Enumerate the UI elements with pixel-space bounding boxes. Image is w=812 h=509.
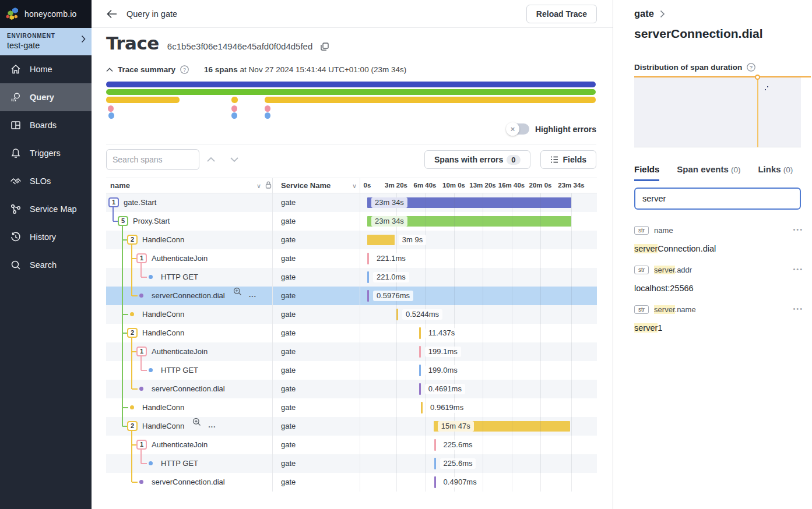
table-row[interactable]: HTTP GETgate199.0ms xyxy=(106,361,597,380)
sidebar-item-triggers[interactable]: Triggers xyxy=(0,139,92,167)
trace-minimap[interactable] xyxy=(106,80,596,119)
table-row[interactable]: 5Proxy.Startgate23m 34s xyxy=(106,212,597,231)
row-hover-icons: ··· xyxy=(233,287,256,306)
table-row[interactable]: 2HandleConngate11.437s xyxy=(106,324,597,342)
table-row[interactable]: serverConnection.dial···gate0.5976ms xyxy=(106,287,597,305)
more-options-icon[interactable]: ••• xyxy=(793,226,803,233)
table-row[interactable]: serverConnection.dialgate0.4907ms xyxy=(106,473,597,492)
tab-fields[interactable]: Fields xyxy=(634,164,659,181)
duration-label: 0.4691ms xyxy=(425,384,465,394)
table-row[interactable]: 1gate.Startgate23m 34s xyxy=(106,193,597,212)
span-service-name: gate xyxy=(281,380,296,398)
span-count-badge: 1 xyxy=(136,253,147,263)
minimap-span-dot xyxy=(265,112,270,119)
span-name: HandleConn xyxy=(142,231,184,249)
duration-distribution-chart[interactable] xyxy=(634,76,801,147)
table-row[interactable]: HandleConngate0.9619ms xyxy=(106,398,597,417)
divider xyxy=(106,144,596,144)
span-count-badge: 2 xyxy=(127,235,138,245)
sidebar-item-query[interactable]: Query xyxy=(0,83,92,111)
field-type-badge: str xyxy=(634,226,649,235)
fields-button[interactable]: Fields xyxy=(540,150,596,169)
breadcrumb-service[interactable]: gate xyxy=(634,8,654,19)
waterfall-gridline xyxy=(571,193,572,492)
previous-match-button[interactable] xyxy=(199,149,223,170)
duration-bar xyxy=(434,439,436,451)
tree-line-stub xyxy=(141,277,147,278)
span-dot xyxy=(149,275,153,279)
highlight-errors-toggle[interactable]: × xyxy=(507,123,529,135)
span-count-badge: 1 xyxy=(136,347,147,356)
span-service-name: gate xyxy=(281,249,296,268)
sidebar-item-boards[interactable]: Boards xyxy=(0,111,92,139)
sidebar-item-slos[interactable]: SLOs xyxy=(0,167,92,195)
svg-text:?: ? xyxy=(750,65,753,70)
more-options-icon[interactable]: ••• xyxy=(793,266,803,273)
minimap-span-bar xyxy=(231,97,238,103)
table-row[interactable]: HandleConngate0.5244ms xyxy=(106,305,597,324)
sort-chevron-icon[interactable]: ∨ xyxy=(256,182,261,190)
trace-summary-label[interactable]: Trace summary xyxy=(118,65,175,74)
scatter-dot xyxy=(765,89,766,90)
zoom-in-icon[interactable] xyxy=(233,287,242,306)
table-row[interactable]: 1AuthenticateJoingate225.6ms xyxy=(106,436,597,454)
field-key: strname xyxy=(634,226,803,241)
table-row[interactable]: serverConnection.dialgate0.4691ms xyxy=(106,380,597,398)
environment-switcher[interactable]: ENVIRONMENT test-gate xyxy=(0,28,92,55)
span-name: Proxy.Start xyxy=(133,212,170,231)
more-options-icon[interactable]: ••• xyxy=(793,305,803,312)
table-row[interactable]: HTTP GETgate221.0ms xyxy=(106,268,597,287)
sidebar-item-home[interactable]: Home xyxy=(0,55,92,83)
search-spans-input[interactable] xyxy=(106,149,199,170)
duration-bar xyxy=(367,235,395,245)
column-header-service[interactable]: Service Name xyxy=(281,181,331,190)
duration-label: 221.0ms xyxy=(373,272,409,282)
span-dot xyxy=(130,312,134,316)
span-count-badge: 2 xyxy=(127,328,138,338)
more-options-icon[interactable]: ··· xyxy=(208,418,216,436)
chevron-up-icon[interactable] xyxy=(106,68,113,72)
span-service-name: gate xyxy=(281,473,296,492)
main-panel: Query in gate Reload Trace Trace 6c1b5e3… xyxy=(92,0,613,509)
help-icon[interactable]: ? xyxy=(180,65,189,74)
field-key: strserver.addr xyxy=(634,266,803,281)
next-match-button[interactable] xyxy=(223,149,246,170)
spans-with-errors-button[interactable]: Spans with errors0 xyxy=(424,150,530,169)
tree-line-stub xyxy=(132,295,138,296)
row-hover-icons: ··· xyxy=(192,418,216,436)
sidebar-item-service-map[interactable]: Service Map xyxy=(0,195,92,223)
table-row[interactable]: 2HandleConngate3m 9s xyxy=(106,231,597,249)
honeycomb-logo[interactable]: honeycomb.io xyxy=(0,0,92,28)
copy-icon[interactable] xyxy=(321,43,329,51)
duration-label: 0.9619ms xyxy=(427,402,467,413)
zoom-in-icon[interactable] xyxy=(192,418,201,436)
tab-links[interactable]: Links (0) xyxy=(758,164,793,181)
help-icon[interactable]: ? xyxy=(747,63,755,72)
span-service-name: gate xyxy=(281,305,296,324)
distribution-label: Distribution of span duration ? xyxy=(634,63,755,72)
span-service-name: gate xyxy=(281,361,296,380)
lock-icon xyxy=(265,181,272,189)
minimap-span-bar xyxy=(106,97,180,103)
field-search-input[interactable] xyxy=(634,188,801,210)
column-header-name[interactable]: name xyxy=(110,181,130,190)
duration-bar xyxy=(367,290,369,302)
span-name: AuthenticateJoin xyxy=(152,436,208,454)
table-row[interactable]: HTTP GETgate225.6ms xyxy=(106,454,597,473)
tab-span-events[interactable]: Span events (0) xyxy=(677,164,740,181)
table-row[interactable]: 1AuthenticateJoingate199.1ms xyxy=(106,342,597,361)
sidebar-item-history[interactable]: History xyxy=(0,223,92,251)
minimap-span-dot xyxy=(231,105,237,112)
highlight-errors-label: Highlight errors xyxy=(535,125,596,134)
span-name: HTTP GET xyxy=(161,268,198,287)
time-tick: 10m 0s xyxy=(442,182,465,189)
reload-trace-button[interactable]: Reload Trace xyxy=(526,5,597,23)
table-row[interactable]: 2HandleConn···gate15m 47s xyxy=(106,417,597,436)
back-arrow-icon[interactable] xyxy=(107,9,117,19)
sort-chevron-icon[interactable]: ∨ xyxy=(352,182,357,190)
sidebar-item-search[interactable]: Search xyxy=(0,251,92,279)
time-tick: 3m 20s xyxy=(385,182,407,189)
more-options-icon[interactable]: ··· xyxy=(249,287,256,306)
span-count-badge: 2 xyxy=(127,421,138,431)
table-row[interactable]: 1AuthenticateJoingate221.1ms xyxy=(106,249,597,268)
